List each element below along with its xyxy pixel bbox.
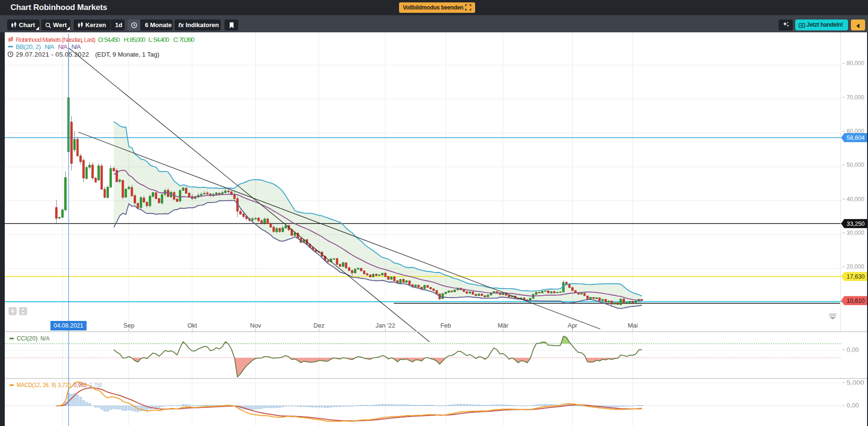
svg-text:N/A: N/A (45, 43, 54, 50)
svg-text:Mär: Mär (498, 322, 509, 329)
svg-text:0,00: 0,00 (847, 402, 859, 409)
svg-text:H: 85,000: H: 85,000 (124, 36, 146, 43)
svg-text:Okt: Okt (187, 322, 197, 329)
svg-text:0,962: 0,962 (74, 382, 87, 388)
svg-text:N/A: N/A (58, 43, 68, 50)
svg-text:17,630: 17,630 (847, 273, 865, 280)
svg-text:Robinhood Markets (Nasdaq, Las: Robinhood Markets (Nasdaq, Last) (16, 36, 96, 43)
svg-text:(EDT, 9 Monate, 1 Tag): (EDT, 9 Monate, 1 Tag) (95, 51, 159, 58)
svg-text:20,000: 20,000 (847, 263, 864, 270)
svg-text:C: 70,390: C: 70,390 (173, 36, 195, 43)
svg-text:3,720: 3,720 (58, 382, 71, 388)
svg-text:29.07.2021 - 05.05.2022: 29.07.2021 - 05.05.2022 (16, 51, 89, 58)
svg-text:5,000: 5,000 (847, 379, 864, 386)
svg-text:50,000: 50,000 (847, 162, 864, 168)
svg-text:O: 54,450: O: 54,450 (98, 36, 120, 43)
svg-text:04.08.2021: 04.08.2021 (54, 322, 84, 329)
svg-text:Feb: Feb (440, 322, 451, 329)
svg-text:30,000: 30,000 (847, 230, 864, 236)
svg-text:Sep: Sep (123, 322, 134, 329)
svg-text:80,000: 80,000 (847, 60, 864, 67)
svg-text:33,250: 33,250 (847, 220, 865, 227)
svg-text:N/A: N/A (71, 43, 81, 50)
svg-text:2,758: 2,758 (89, 382, 102, 388)
svg-text:58,604: 58,604 (847, 134, 865, 141)
svg-text:0,00: 0,00 (847, 347, 859, 353)
svg-text:10,610: 10,610 (847, 297, 865, 304)
svg-text:N/A: N/A (40, 335, 49, 342)
svg-text:Dez: Dez (313, 322, 324, 329)
svg-text:BB(20, 2): BB(20, 2) (16, 43, 41, 50)
svg-text:CCI(20): CCI(20) (17, 335, 38, 342)
svg-text:Apr: Apr (567, 322, 577, 329)
svg-text:70,000: 70,000 (847, 94, 864, 101)
svg-text:40,000: 40,000 (847, 196, 864, 203)
svg-text:Nov: Nov (250, 322, 262, 329)
svg-text:L: 54,400: L: 54,400 (148, 36, 169, 43)
svg-text:Mai: Mai (628, 322, 638, 329)
svg-text:Jan '22: Jan '22 (375, 322, 395, 329)
svg-text:MACD(12, 26, 9): MACD(12, 26, 9) (17, 382, 56, 388)
